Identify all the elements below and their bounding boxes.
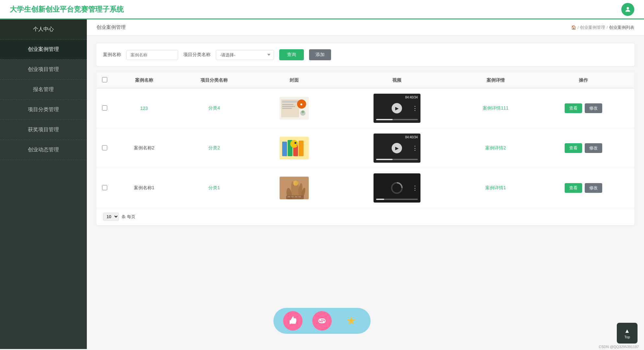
link-icon[interactable] <box>312 311 332 331</box>
video-time-1: 84:40/34 <box>405 96 418 99</box>
cover-image-1: ● <box>280 97 309 120</box>
svg-rect-27 <box>295 196 297 197</box>
breadcrumb-sep2: / <box>606 25 608 30</box>
app-title: 大学生创新创业平台竞赛管理子系统 <box>10 5 124 14</box>
col-case-name: 案例名称 <box>113 73 175 88</box>
query-button[interactable]: 查询 <box>279 49 304 60</box>
page-header: 创业案例管理 🏠 / 创业案例管理 / 创业案例列表 <box>87 19 644 36</box>
category-link-2[interactable]: 分类2 <box>208 145 220 150</box>
cell-case-name-1: 123 <box>113 88 175 128</box>
cell-category-3: 分类1 <box>175 168 253 208</box>
breadcrumb-home[interactable]: 🏠 <box>571 25 576 30</box>
cell-case-name-3: 案例名称1 <box>113 168 175 208</box>
category-link-1[interactable]: 分类4 <box>208 105 220 111</box>
row-checkbox-3[interactable] <box>102 185 107 190</box>
col-checkbox <box>97 73 113 88</box>
detail-link-3[interactable]: 案例详情1 <box>485 185 506 190</box>
content-area: 案例名称 项目分类名称 -请选择- 分类1 分类2 分类3 分类4 查询 添加 <box>87 36 644 233</box>
video-bar-fill-2 <box>376 159 393 160</box>
breadcrumb-sep1: / <box>578 25 579 30</box>
select-all-checkbox[interactable] <box>102 77 107 82</box>
video-loading-3 <box>390 181 403 194</box>
edit-button-3[interactable]: 修改 <box>585 183 602 193</box>
edit-button-1[interactable]: 修改 <box>585 103 602 113</box>
cell-detail-2: 案例详情2 <box>458 128 533 168</box>
cell-case-name-2: 案例名称2 <box>113 128 175 168</box>
svg-text:●: ● <box>300 101 303 107</box>
user-avatar[interactable] <box>621 3 634 16</box>
video-bar-1 <box>376 119 418 120</box>
page-size-select[interactable]: 10 20 50 <box>103 213 119 221</box>
cell-video-3: ⋮ <box>335 168 459 208</box>
sidebar-item-signup[interactable]: 报名管理 <box>0 80 87 100</box>
cell-video-1: 84:40/34 ▶ ⋮ <box>335 88 459 128</box>
svg-point-17 <box>294 142 296 144</box>
row-checkbox-1[interactable] <box>102 105 107 111</box>
col-video: 视频 <box>335 73 459 88</box>
footer-text: CSDN @QQ3295391197 <box>599 345 639 349</box>
table-header-row: 案例名称 项目分类名称 封面 视频 案例详情 操作 <box>97 73 634 88</box>
cell-detail-1: 案例详情111 <box>458 88 533 128</box>
view-button-2[interactable]: 查看 <box>565 143 582 153</box>
layout: 个人中心 创业案例管理 创业项目管理 报名管理 项目分类管理 获奖项目管理 创业… <box>0 19 644 349</box>
svg-rect-6 <box>282 108 292 109</box>
top-button[interactable]: ▲ Top <box>617 323 638 344</box>
top-label: Top <box>624 335 630 339</box>
col-detail: 案例详情 <box>458 73 533 88</box>
video-thumb-1[interactable]: 84:40/34 ▶ ⋮ <box>374 94 420 123</box>
sidebar-item-case[interactable]: 创业案例管理 <box>0 40 87 60</box>
cell-cover-2 <box>253 128 335 168</box>
category-label: 项目分类名称 <box>183 52 211 58</box>
breadcrumb: 🏠 / 创业案例管理 / 创业案例列表 <box>571 25 634 30</box>
sidebar-item-personal[interactable]: 个人中心 <box>0 19 87 40</box>
case-name-link-1[interactable]: 123 <box>140 106 148 111</box>
view-button-1[interactable]: 查看 <box>565 103 582 113</box>
cell-cover-1: ● <box>253 88 335 128</box>
video-more-2[interactable]: ⋮ <box>412 145 418 152</box>
edit-button-2[interactable]: 修改 <box>585 143 602 153</box>
video-play-2[interactable]: ▶ <box>392 143 402 153</box>
sidebar-item-award[interactable]: 获奖项目管理 <box>0 120 87 140</box>
video-more-3[interactable]: ⋮ <box>412 184 418 192</box>
cell-actions-2: 查看 修改 <box>533 128 634 168</box>
cell-actions-1: 查看 修改 <box>533 88 634 128</box>
svg-rect-5 <box>282 106 295 107</box>
col-cover: 封面 <box>253 73 335 88</box>
video-bar-3 <box>376 199 418 200</box>
cell-category-1: 分类4 <box>175 88 253 128</box>
star-icon[interactable]: ★ <box>341 311 361 331</box>
video-bar-fill-3 <box>376 199 385 200</box>
header: 大学生创新创业平台竞赛管理子系统 <box>0 0 644 19</box>
category-link-3[interactable]: 分类1 <box>208 185 220 190</box>
svg-rect-26 <box>291 196 294 197</box>
svg-rect-3 <box>282 101 298 103</box>
category-select[interactable]: -请选择- 分类1 分类2 分类3 分类4 <box>216 50 274 60</box>
filter-bar: 案例名称 项目分类名称 -请选择- 分类1 分类2 分类3 分类4 查询 添加 <box>97 43 634 66</box>
svg-rect-28 <box>298 196 301 197</box>
video-thumb-2[interactable]: 84:40/34 ▶ ⋮ <box>374 134 420 163</box>
svg-point-16 <box>290 140 298 148</box>
video-play-1[interactable]: ▶ <box>392 103 402 113</box>
detail-link-2[interactable]: 案例详情2 <box>485 145 506 150</box>
row-checkbox-2[interactable] <box>102 145 107 150</box>
svg-rect-12 <box>282 142 287 156</box>
sidebar-item-category[interactable]: 项目分类管理 <box>0 100 87 120</box>
thumbs-up-icon[interactable] <box>283 311 303 331</box>
table-row: 123 分类4 <box>97 88 634 128</box>
detail-link-1[interactable]: 案例详情111 <box>483 105 508 111</box>
sidebar-item-project[interactable]: 创业项目管理 <box>0 60 87 80</box>
sidebar-item-dynamic[interactable]: 创业动态管理 <box>0 140 87 160</box>
top-arrow-icon: ▲ <box>624 328 630 334</box>
case-name-input[interactable] <box>126 50 178 60</box>
add-button[interactable]: 添加 <box>309 49 331 60</box>
case-name-label: 案例名称 <box>103 52 121 58</box>
video-thumb-3[interactable]: ⋮ <box>374 173 420 203</box>
case-name-2: 案例名称2 <box>134 145 155 150</box>
view-button-3[interactable]: 查看 <box>565 183 582 193</box>
cover-image-2 <box>280 137 309 159</box>
video-more-1[interactable]: ⋮ <box>412 105 418 112</box>
breadcrumb-case-mgmt[interactable]: 创业案例管理 <box>580 25 605 30</box>
cell-detail-3: 案例详情1 <box>458 168 533 208</box>
breadcrumb-current: 创业案例列表 <box>609 25 634 30</box>
sidebar: 个人中心 创业案例管理 创业项目管理 报名管理 项目分类管理 获奖项目管理 创业… <box>0 19 87 349</box>
